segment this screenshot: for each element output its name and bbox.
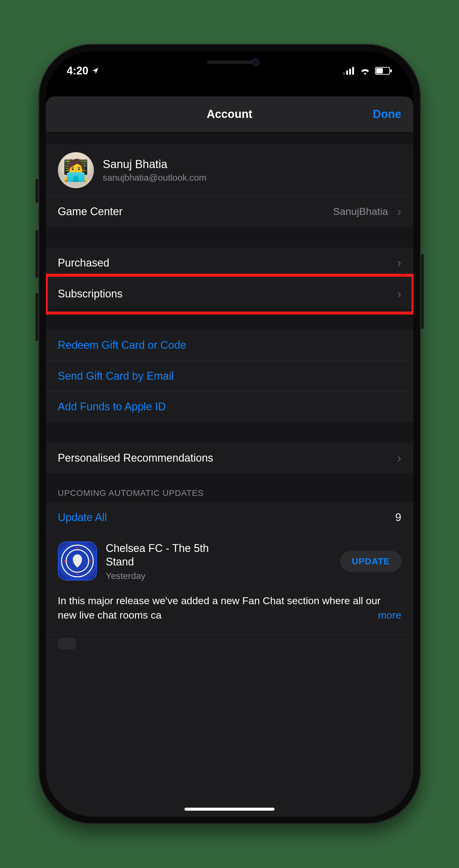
update-button[interactable]: UPDATE — [340, 551, 401, 572]
wifi-icon — [359, 67, 371, 75]
svg-rect-6 — [376, 68, 383, 73]
front-camera — [252, 58, 260, 66]
purchased-label: Purchased — [58, 257, 388, 269]
gift-group: Redeem Gift Card or Code Send Gift Card … — [46, 330, 414, 422]
svg-rect-5 — [390, 69, 392, 72]
purchased-row[interactable]: Purchased › — [46, 248, 414, 278]
avatar: 🧑‍💻 — [58, 152, 94, 188]
app-icon — [58, 541, 97, 581]
done-button[interactable]: Done — [373, 108, 401, 121]
status-time: 4:20 — [67, 65, 89, 77]
add-funds-row[interactable]: Add Funds to Apple ID — [46, 391, 414, 422]
updates-header: UPCOMING AUTOMATIC UPDATES — [46, 473, 414, 502]
svg-point-9 — [76, 548, 78, 550]
location-icon — [92, 67, 99, 75]
svg-point-10 — [76, 573, 78, 575]
update-all-label: Update All — [58, 511, 386, 524]
cellular-icon — [343, 67, 355, 75]
scroll-view[interactable]: 🧑‍💻 Sanuj Bhatia sanujbhatia@outlook.com… — [46, 132, 414, 649]
svg-rect-2 — [349, 69, 351, 75]
svg-rect-0 — [343, 72, 345, 75]
recs-row[interactable]: Personalised Recommendations › — [46, 443, 414, 473]
chevron-right-icon: › — [397, 452, 401, 464]
update-count: 9 — [395, 511, 401, 524]
svg-point-12 — [89, 560, 91, 562]
purchases-group: Purchased › Subscriptions › — [46, 248, 414, 309]
screen: 4:20 — [46, 51, 414, 817]
subscriptions-row[interactable]: Subscriptions › — [46, 278, 414, 309]
volume-up-button[interactable] — [35, 230, 38, 278]
svg-rect-3 — [352, 67, 354, 75]
app-update-row[interactable]: Chelsea FC - The 5th Stand Yesterday UPD… — [46, 533, 414, 589]
notch — [158, 51, 301, 73]
add-funds-label: Add Funds to Apple ID — [58, 400, 401, 413]
svg-rect-1 — [346, 70, 348, 75]
profile-name: Sanuj Bhatia — [103, 158, 207, 171]
content: Account Done 🧑‍💻 Sanuj Bhatia — [46, 51, 414, 817]
recs-group: Personalised Recommendations › — [46, 443, 414, 473]
profile-group: 🧑‍💻 Sanuj Bhatia sanujbhatia@outlook.com… — [46, 144, 414, 227]
game-center-label: Game Center — [58, 205, 324, 218]
volume-down-button[interactable] — [35, 293, 38, 341]
next-app-peek[interactable] — [46, 634, 414, 649]
nav-bar: Account Done — [46, 96, 414, 132]
app-icon — [58, 638, 76, 650]
profile-email: sanujbhatia@outlook.com — [103, 173, 207, 183]
redeem-label: Redeem Gift Card or Code — [58, 339, 401, 351]
game-center-row[interactable]: Game Center SanujBhatia › — [46, 196, 414, 227]
battery-icon — [375, 67, 392, 75]
subscriptions-label: Subscriptions — [58, 287, 388, 300]
account-sheet: Account Done 🧑‍💻 Sanuj Bhatia — [46, 96, 414, 817]
chevron-right-icon: › — [397, 205, 401, 218]
speaker-grille — [207, 60, 252, 64]
nav-title: Account — [207, 108, 252, 121]
release-notes-text: In this major release we've added a new … — [58, 595, 381, 621]
svg-point-11 — [64, 560, 66, 562]
app-name: Chelsea FC - The 5th Stand — [106, 541, 232, 568]
chevron-right-icon: › — [397, 287, 401, 300]
phone-frame: 4:20 — [38, 44, 421, 824]
redeem-row[interactable]: Redeem Gift Card or Code — [46, 330, 414, 361]
updates-group: Update All 9 — [46, 502, 414, 649]
send-gift-row[interactable]: Send Gift Card by Email — [46, 361, 414, 391]
mute-switch[interactable] — [35, 179, 38, 203]
send-gift-label: Send Gift Card by Email — [58, 370, 401, 382]
release-notes: In this major release we've added a new … — [46, 589, 414, 634]
update-all-row[interactable]: Update All 9 — [46, 502, 414, 533]
profile-row[interactable]: 🧑‍💻 Sanuj Bhatia sanujbhatia@outlook.com — [46, 144, 414, 196]
recs-label: Personalised Recommendations — [58, 452, 388, 464]
chelsea-badge-icon — [61, 545, 94, 578]
more-link[interactable]: more — [373, 608, 401, 622]
chevron-right-icon: › — [397, 257, 401, 269]
power-button[interactable] — [421, 254, 424, 329]
game-center-value: SanujBhatia — [333, 206, 388, 217]
app-date: Yesterday — [106, 571, 331, 581]
home-indicator[interactable] — [185, 808, 274, 811]
